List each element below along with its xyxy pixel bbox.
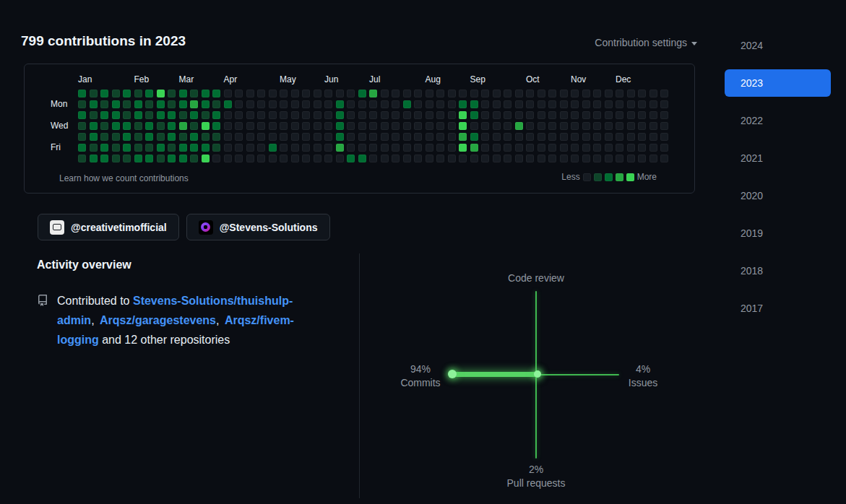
contribution-cell[interactable]: [504, 100, 512, 108]
contribution-cell[interactable]: [112, 133, 120, 141]
contribution-cell[interactable]: [381, 144, 389, 152]
year-item[interactable]: 2019: [725, 220, 831, 247]
contribution-cell[interactable]: [212, 111, 220, 119]
contribution-cell[interactable]: [212, 122, 220, 130]
contribution-cell[interactable]: [302, 100, 310, 108]
contribution-cell[interactable]: [593, 122, 601, 130]
contribution-cell[interactable]: [649, 144, 657, 152]
contribution-cell[interactable]: [582, 100, 590, 108]
contribution-cell[interactable]: [548, 144, 556, 152]
contribution-cell[interactable]: [369, 155, 377, 162]
contribution-cell[interactable]: [493, 100, 501, 108]
contribution-cell[interactable]: [571, 111, 579, 119]
contribution-cell[interactable]: [426, 122, 433, 130]
contribution-cell[interactable]: [381, 155, 389, 162]
contribution-cell[interactable]: [493, 122, 501, 130]
contribution-cell[interactable]: [481, 144, 489, 152]
contribution-cell[interactable]: [336, 133, 344, 141]
contribution-cell[interactable]: [369, 133, 377, 141]
contribution-cell[interactable]: [381, 133, 389, 141]
contribution-cell[interactable]: [235, 133, 243, 141]
contribution-cell[interactable]: [90, 90, 98, 97]
contribution-cell[interactable]: [560, 144, 568, 152]
contribution-cell[interactable]: [134, 133, 142, 141]
contribution-cell[interactable]: [179, 100, 187, 108]
contribution-cell[interactable]: [605, 100, 613, 108]
contribution-cell[interactable]: [560, 111, 568, 119]
contribution-cell[interactable]: [470, 155, 478, 162]
contribution-cell[interactable]: [324, 133, 332, 141]
contribution-cell[interactable]: [515, 100, 523, 108]
contribution-cell[interactable]: [291, 144, 299, 152]
contribution-cell[interactable]: [157, 144, 165, 152]
contribution-cell[interactable]: [660, 144, 668, 152]
contribution-cell[interactable]: [593, 155, 601, 162]
contribution-cell[interactable]: [605, 155, 613, 162]
contribution-cell[interactable]: [582, 90, 590, 97]
contribution-cell[interactable]: [90, 144, 98, 152]
contribution-cell[interactable]: [649, 133, 657, 141]
contribution-cell[interactable]: [459, 144, 467, 152]
contribution-cell[interactable]: [649, 155, 657, 162]
contribution-cell[interactable]: [179, 122, 187, 130]
contribution-cell[interactable]: [493, 155, 501, 162]
contribution-cell[interactable]: [246, 111, 254, 119]
contribution-cell[interactable]: [269, 111, 277, 119]
contribution-cell[interactable]: [212, 133, 220, 141]
contribution-cell[interactable]: [202, 111, 210, 119]
contribution-cell[interactable]: [504, 90, 512, 97]
contribution-cell[interactable]: [616, 133, 623, 141]
contribution-cell[interactable]: [168, 111, 176, 119]
contribution-cell[interactable]: [280, 133, 288, 141]
contribution-cell[interactable]: [100, 155, 108, 162]
contribution-cell[interactable]: [358, 144, 366, 152]
contribution-cell[interactable]: [548, 90, 556, 97]
contribution-cell[interactable]: [179, 90, 187, 97]
contribution-cell[interactable]: [358, 122, 366, 130]
contribution-cell[interactable]: [616, 100, 623, 108]
contribution-cell[interactable]: [314, 100, 321, 108]
contribution-cell[interactable]: [392, 144, 400, 152]
contribution-cell[interactable]: [481, 155, 489, 162]
contribution-cell[interactable]: [202, 155, 210, 162]
contribution-cell[interactable]: [436, 111, 444, 119]
contribution-cell[interactable]: [403, 133, 411, 141]
contribution-cell[interactable]: [381, 100, 389, 108]
contribution-cell[interactable]: [504, 122, 512, 130]
contribution-cell[interactable]: [269, 90, 277, 97]
contribution-cell[interactable]: [593, 100, 601, 108]
contribution-cell[interactable]: [291, 155, 299, 162]
contribution-cell[interactable]: [526, 100, 534, 108]
contribution-cell[interactable]: [257, 155, 265, 162]
contribution-cell[interactable]: [269, 144, 277, 152]
contribution-cell[interactable]: [403, 100, 411, 108]
contribution-cell[interactable]: [100, 111, 108, 119]
contribution-cell[interactable]: [90, 122, 98, 130]
contribution-cell[interactable]: [448, 144, 456, 152]
contribution-cell[interactable]: [538, 144, 545, 152]
contribution-cell[interactable]: [414, 100, 422, 108]
year-item[interactable]: 2021: [725, 144, 831, 172]
contribution-cell[interactable]: [403, 144, 411, 152]
contribution-cell[interactable]: [291, 122, 299, 130]
contribution-cell[interactable]: [212, 144, 220, 152]
contribution-cell[interactable]: [392, 111, 400, 119]
contribution-cell[interactable]: [336, 155, 344, 162]
contribution-cell[interactable]: [515, 90, 523, 97]
contribution-cell[interactable]: [145, 122, 153, 130]
contribution-cell[interactable]: [358, 90, 366, 97]
contribution-cell[interactable]: [515, 155, 523, 162]
contribution-cell[interactable]: [627, 133, 635, 141]
contribution-cell[interactable]: [168, 144, 176, 152]
org-filter-stevens-solutions[interactable]: @Stevens-Solutions: [186, 214, 330, 240]
contribution-cell[interactable]: [134, 100, 142, 108]
contribution-cell[interactable]: [548, 122, 556, 130]
contribution-cell[interactable]: [358, 155, 366, 162]
contribution-cell[interactable]: [336, 90, 344, 97]
contribution-cell[interactable]: [145, 111, 153, 119]
contribution-cell[interactable]: [168, 122, 176, 130]
contribution-cell[interactable]: [190, 144, 198, 152]
contribution-cell[interactable]: [426, 90, 433, 97]
contribution-cell[interactable]: [459, 100, 467, 108]
contribution-cell[interactable]: [459, 111, 467, 119]
